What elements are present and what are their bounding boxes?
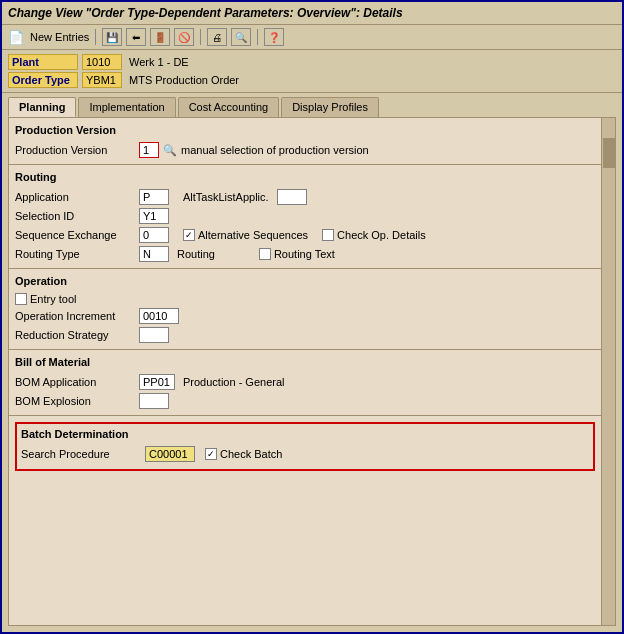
check-op-details-checkbox[interactable]	[322, 229, 334, 241]
production-version-title: Production Version	[15, 124, 595, 138]
routing-text-checkbox[interactable]	[259, 248, 271, 260]
scrollbar[interactable]	[601, 118, 615, 625]
toolbar-separator-2	[200, 29, 201, 45]
check-op-details-row: Check Op. Details	[322, 229, 426, 241]
routing-section: Routing Application AltTaskListApplic. S…	[15, 171, 595, 262]
help-button[interactable]: ❓	[264, 28, 284, 46]
application-label: Application	[15, 191, 135, 203]
bom-title: Bill of Material	[15, 356, 595, 370]
divider-2	[9, 268, 615, 269]
content-area: Production Version Production Version 🔍 …	[8, 117, 616, 626]
batch-determination-title: Batch Determination	[21, 428, 589, 442]
routing-type-row: Routing Type Routing Routing Text	[15, 246, 595, 262]
production-version-input[interactable]	[139, 142, 159, 158]
alt-task-label: AltTaskListApplic.	[183, 191, 269, 203]
save-button[interactable]: 💾	[102, 28, 122, 46]
operation-increment-label: Operation Increment	[15, 310, 135, 322]
plant-desc: Werk 1 - DE	[126, 55, 192, 69]
routing-text-label: Routing Text	[274, 248, 335, 260]
search-icon[interactable]: 🔍	[163, 144, 177, 157]
sequence-exchange-row: Sequence Exchange Alternative Sequences …	[15, 227, 595, 243]
new-entries-label[interactable]: New Entries	[30, 31, 89, 43]
tabs-bar: Planning Implementation Cost Accounting …	[2, 93, 622, 117]
bom-application-input[interactable]	[139, 374, 175, 390]
selection-id-row: Selection ID	[15, 208, 595, 224]
production-version-section: Production Version Production Version 🔍 …	[15, 124, 595, 158]
toolbar-separator-3	[257, 29, 258, 45]
reduction-strategy-row: Reduction Strategy	[15, 327, 595, 343]
alt-task-input[interactable]	[277, 189, 307, 205]
tab-implementation[interactable]: Implementation	[78, 97, 175, 117]
selection-id-input[interactable]	[139, 208, 169, 224]
header-fields: Plant 1010 Werk 1 - DE Order Type YBM1 M…	[2, 50, 622, 93]
search-procedure-input[interactable]	[145, 446, 195, 462]
tab-display-profiles[interactable]: Display Profiles	[281, 97, 379, 117]
selection-id-label: Selection ID	[15, 210, 135, 222]
window-title: Change View "Order Type-Dependent Parame…	[8, 6, 403, 20]
tab-planning[interactable]: Planning	[8, 97, 76, 117]
order-type-row: Order Type YBM1 MTS Production Order	[8, 72, 616, 88]
entry-tool-checkbox[interactable]	[15, 293, 27, 305]
order-type-value: YBM1	[82, 72, 122, 88]
batch-determination-section: Batch Determination Search Procedure Che…	[15, 422, 595, 471]
bom-application-label: BOM Application	[15, 376, 135, 388]
order-type-desc: MTS Production Order	[126, 73, 242, 87]
check-op-details-label: Check Op. Details	[337, 229, 426, 241]
routing-type-input[interactable]	[139, 246, 169, 262]
bom-explosion-row: BOM Explosion	[15, 393, 595, 409]
alt-sequences-checkbox[interactable]	[183, 229, 195, 241]
find-button[interactable]: 🔍	[231, 28, 251, 46]
production-version-desc: manual selection of production version	[181, 144, 369, 156]
scrollbar-thumb	[603, 138, 615, 168]
reduction-strategy-input[interactable]	[139, 327, 169, 343]
operation-increment-input[interactable]	[139, 308, 179, 324]
check-batch-checkbox[interactable]	[205, 448, 217, 460]
check-batch-label: Check Batch	[220, 448, 282, 460]
routing-type-label: Routing Type	[15, 248, 135, 260]
production-version-label: Production Version	[15, 144, 135, 156]
entry-tool-row: Entry tool	[15, 293, 595, 305]
tab-cost-accounting[interactable]: Cost Accounting	[178, 97, 280, 117]
divider-4	[9, 415, 615, 416]
bom-explosion-label: BOM Explosion	[15, 395, 135, 407]
toolbar-icon-new: 📄	[8, 30, 24, 45]
bom-explosion-input[interactable]	[139, 393, 169, 409]
order-type-label: Order Type	[8, 72, 78, 88]
bom-section: Bill of Material BOM Application Product…	[15, 356, 595, 409]
check-batch-row: Check Batch	[205, 448, 282, 460]
operation-title: Operation	[15, 275, 595, 289]
cancel-button[interactable]: 🚫	[174, 28, 194, 46]
bom-application-desc: Production - General	[183, 376, 285, 388]
print-button[interactable]: 🖨	[207, 28, 227, 46]
sequence-exchange-input[interactable]	[139, 227, 169, 243]
divider-1	[9, 164, 615, 165]
reduction-strategy-label: Reduction Strategy	[15, 329, 135, 341]
search-procedure-row: Search Procedure Check Batch	[21, 446, 589, 462]
sequence-exchange-label: Sequence Exchange	[15, 229, 135, 241]
search-procedure-label: Search Procedure	[21, 448, 141, 460]
back-button[interactable]: ⬅	[126, 28, 146, 46]
toolbar: 📄 New Entries 💾 ⬅ 🚪 🚫 🖨 🔍 ❓	[2, 25, 622, 50]
routing-type-text: Routing	[177, 248, 215, 260]
alt-sequences-label: Alternative Sequences	[198, 229, 308, 241]
entry-tool-checkbox-row: Entry tool	[15, 293, 76, 305]
main-window: Change View "Order Type-Dependent Parame…	[0, 0, 624, 634]
application-input[interactable]	[139, 189, 169, 205]
routing-text-checkbox-row: Routing Text	[259, 248, 335, 260]
plant-row: Plant 1010 Werk 1 - DE	[8, 54, 616, 70]
toolbar-separator	[95, 29, 96, 45]
application-row: Application AltTaskListApplic.	[15, 189, 595, 205]
exit-button[interactable]: 🚪	[150, 28, 170, 46]
operation-increment-row: Operation Increment	[15, 308, 595, 324]
alt-sequences-checkbox-row: Alternative Sequences	[183, 229, 308, 241]
entry-tool-label: Entry tool	[30, 293, 76, 305]
production-version-row: Production Version 🔍 manual selection of…	[15, 142, 595, 158]
divider-3	[9, 349, 615, 350]
bom-application-row: BOM Application Production - General	[15, 374, 595, 390]
routing-title: Routing	[15, 171, 595, 185]
title-bar: Change View "Order Type-Dependent Parame…	[2, 2, 622, 25]
plant-value: 1010	[82, 54, 122, 70]
operation-section: Operation Entry tool Operation Increment…	[15, 275, 595, 343]
plant-label: Plant	[8, 54, 78, 70]
